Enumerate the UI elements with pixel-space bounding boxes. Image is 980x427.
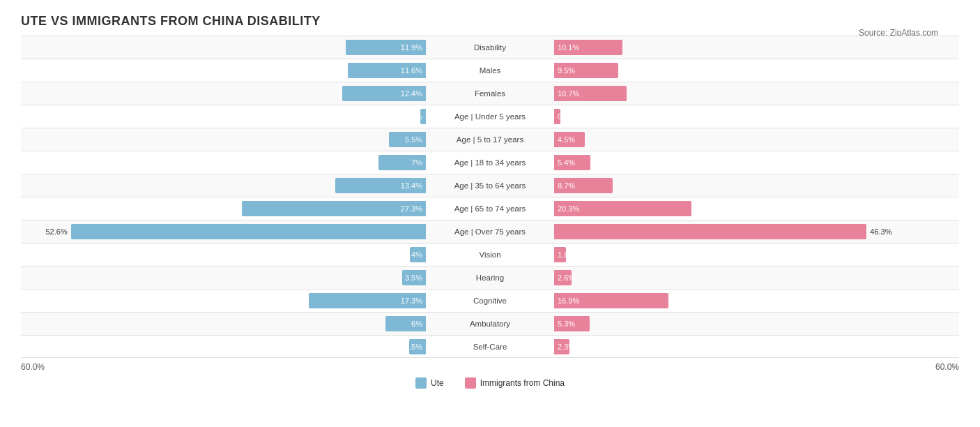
bar-ute: 3.5% bbox=[402, 270, 426, 285]
right-section: 10.1% bbox=[553, 36, 959, 59]
right-section: 2.6% bbox=[553, 267, 959, 289]
left-section: 13.4% bbox=[21, 174, 427, 197]
left-section: 7% bbox=[21, 151, 427, 174]
legend-item-ute: Ute bbox=[415, 377, 444, 389]
china-value: 5.4% bbox=[558, 158, 575, 167]
bar-row: 5.5% Age | 5 to 17 years 4.5% bbox=[21, 128, 959, 151]
bar-china: 20.3% bbox=[554, 201, 691, 216]
row-label: Age | Over 75 years bbox=[427, 227, 553, 236]
ute-value: 5.5% bbox=[405, 135, 422, 144]
bar-ute: 17.3% bbox=[309, 293, 426, 308]
axis-left: 60.0% bbox=[21, 362, 45, 372]
bar-row: 2.4% Vision 1.8% bbox=[21, 243, 959, 266]
chart-title: UTE VS IMMIGRANTS FROM CHINA DISABILITY bbox=[21, 14, 959, 29]
bar-ute: 6% bbox=[385, 316, 426, 331]
chart-container: 11.9% Disability 10.1% 11.6% Males 9.5% bbox=[21, 36, 959, 389]
china-value: 10.7% bbox=[558, 89, 579, 98]
row-label: Age | Under 5 years bbox=[427, 112, 553, 121]
row-label: Age | 18 to 34 years bbox=[427, 158, 553, 167]
china-value: 2.6% bbox=[558, 274, 575, 282]
left-section: 6% bbox=[21, 313, 427, 335]
china-value: 1.8% bbox=[558, 250, 575, 259]
bar-row: 3.5% Hearing 2.6% bbox=[21, 266, 959, 289]
bar-china: 5.3% bbox=[554, 316, 590, 331]
ute-value: 12.4% bbox=[401, 89, 422, 98]
row-label: Hearing bbox=[427, 274, 553, 282]
bar-row: 0.86% Age | Under 5 years 0.96% bbox=[21, 105, 959, 128]
bar-china bbox=[554, 224, 866, 239]
china-value: 8.7% bbox=[558, 181, 575, 190]
row-label: Age | 5 to 17 years bbox=[427, 135, 553, 144]
left-section: 3.5% bbox=[21, 267, 427, 289]
right-section: 20.3% bbox=[553, 197, 959, 220]
bar-china: 10.1% bbox=[554, 40, 622, 55]
ute-value: 6% bbox=[411, 320, 422, 328]
china-value-outside: 46.3% bbox=[870, 227, 891, 236]
legend: Ute Immigrants from China bbox=[21, 377, 959, 389]
left-section: 2.4% bbox=[21, 244, 427, 266]
left-section: 27.3% bbox=[21, 197, 427, 220]
ute-value-outside: 52.6% bbox=[45, 227, 67, 236]
bar-ute: 12.4% bbox=[342, 86, 426, 101]
ute-value: 13.4% bbox=[401, 181, 422, 190]
bar-ute: 2.4% bbox=[410, 247, 426, 262]
ute-value: 2.4% bbox=[405, 250, 422, 259]
china-value: 5.3% bbox=[558, 320, 575, 328]
right-section: 8.7% bbox=[553, 174, 959, 197]
china-value: 16.9% bbox=[558, 297, 579, 305]
right-section: 46.3% bbox=[553, 220, 959, 243]
bar-row: 7% Age | 18 to 34 years 5.4% bbox=[21, 151, 959, 174]
bar-ute: 5.5% bbox=[389, 132, 426, 147]
left-section: 11.9% bbox=[21, 36, 427, 59]
china-value: 4.5% bbox=[558, 135, 575, 144]
bar-row: 13.4% Age | 35 to 64 years 8.7% bbox=[21, 174, 959, 197]
left-section: 0.86% bbox=[21, 105, 427, 128]
bar-row: 2.5% Self-Care 2.3% bbox=[21, 335, 959, 358]
right-section: 5.4% bbox=[553, 151, 959, 174]
left-section: 11.6% bbox=[21, 59, 427, 82]
bar-china: 4.5% bbox=[554, 132, 585, 147]
left-section: 12.4% bbox=[21, 82, 427, 105]
bar-ute: 27.3% bbox=[242, 201, 426, 216]
bar-ute bbox=[71, 224, 426, 239]
row-label: Cognitive bbox=[427, 297, 553, 305]
row-label: Disability bbox=[427, 43, 553, 52]
ute-value: 3.5% bbox=[405, 274, 422, 282]
bar-china: 8.7% bbox=[554, 178, 613, 193]
row-label: Females bbox=[427, 89, 553, 98]
bar-china: 5.4% bbox=[554, 155, 590, 170]
bar-china: 10.7% bbox=[554, 86, 627, 101]
axis-right: 60.0% bbox=[935, 362, 959, 372]
legend-label-ute: Ute bbox=[431, 378, 444, 388]
bar-china: 1.8% bbox=[554, 247, 566, 262]
ute-value: 27.3% bbox=[401, 204, 422, 213]
legend-swatch-china bbox=[465, 377, 476, 389]
ute-value: 0.86% bbox=[401, 112, 422, 121]
bar-china: 9.5% bbox=[554, 63, 618, 78]
bar-row: 11.6% Males 9.5% bbox=[21, 59, 959, 82]
bar-china: 2.6% bbox=[554, 270, 572, 285]
chart-area: 11.9% Disability 10.1% 11.6% Males 9.5% bbox=[21, 36, 959, 358]
bar-ute: 11.9% bbox=[346, 40, 426, 55]
china-value: 20.3% bbox=[558, 204, 579, 213]
bar-row: 27.3% Age | 65 to 74 years 20.3% bbox=[21, 197, 959, 220]
right-section: 2.3% bbox=[553, 336, 959, 357]
ute-value: 7% bbox=[411, 158, 422, 167]
bar-ute: 13.4% bbox=[335, 178, 426, 193]
right-section: 16.9% bbox=[553, 290, 959, 312]
ute-value: 17.3% bbox=[401, 297, 422, 305]
bar-china: 2.3% bbox=[554, 339, 569, 354]
bar-row: 6% Ambulatory 5.3% bbox=[21, 312, 959, 335]
right-section: 4.5% bbox=[553, 128, 959, 151]
legend-label-china: Immigrants from China bbox=[480, 378, 565, 388]
bar-ute: 2.5% bbox=[409, 339, 426, 354]
legend-item-china: Immigrants from China bbox=[465, 377, 565, 389]
bar-row: 52.6% Age | Over 75 years 46.3% bbox=[21, 220, 959, 243]
china-value: 0.96% bbox=[558, 112, 579, 121]
bar-row: 12.4% Females 10.7% bbox=[21, 82, 959, 105]
row-label: Males bbox=[427, 66, 553, 75]
china-value: 10.1% bbox=[558, 43, 579, 52]
right-section: 5.3% bbox=[553, 313, 959, 335]
right-section: 10.7% bbox=[553, 82, 959, 105]
ute-value: 11.6% bbox=[401, 66, 422, 75]
